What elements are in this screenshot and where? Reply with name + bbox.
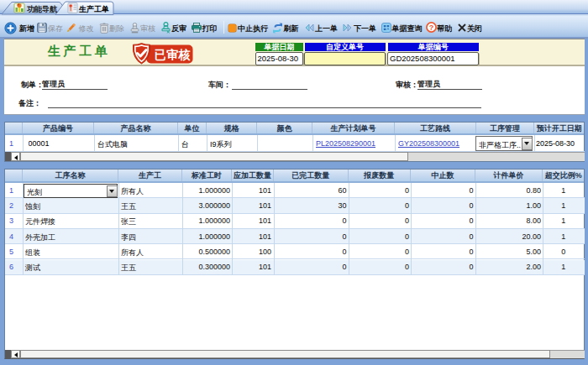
svg-text:?: ? [428,23,433,32]
svg-text:已审核: 已审核 [154,47,191,60]
